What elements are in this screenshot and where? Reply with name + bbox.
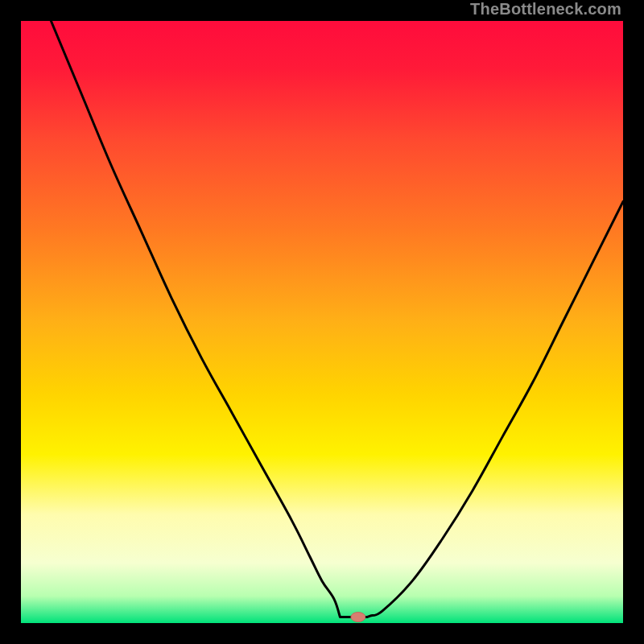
bottleneck-chart (21, 21, 623, 623)
plot-area (21, 21, 623, 623)
optimal-point-marker (351, 613, 365, 622)
chart-frame: TheBottleneck.com (0, 0, 644, 644)
watermark-text: TheBottleneck.com (470, 0, 621, 19)
gradient-background (21, 21, 623, 623)
